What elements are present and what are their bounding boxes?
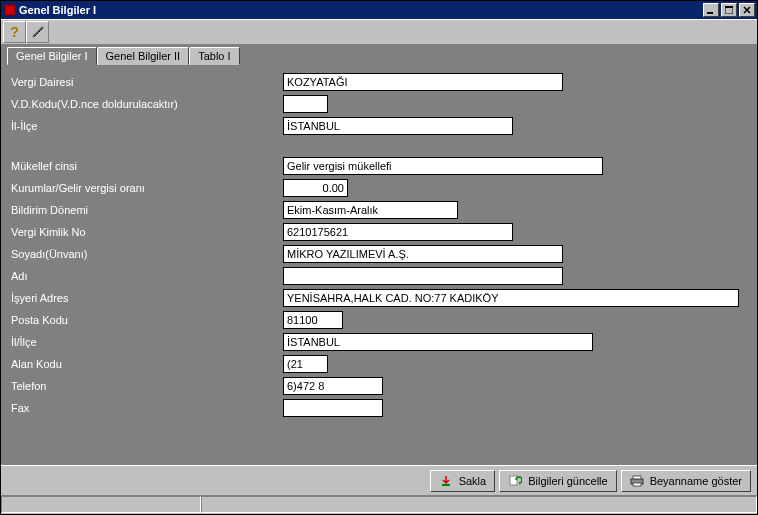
window: Genel Bilgiler I ? Genel Bilgiler I Gene…	[0, 0, 758, 515]
toolbar: ?	[1, 19, 757, 45]
refresh-button-label: Bilgileri güncelle	[528, 475, 608, 487]
input-soyadi-unvani[interactable]	[283, 245, 563, 263]
input-fax[interactable]	[283, 399, 383, 417]
input-bildirim-donemi[interactable]	[283, 201, 458, 219]
input-il-ilce2[interactable]	[283, 333, 593, 351]
label-telefon: Telefon	[11, 380, 283, 392]
label-mukellef-cinsi: Mükellef cinsi	[11, 160, 283, 172]
save-button[interactable]: Sakla	[430, 470, 496, 492]
tab-genel-bilgiler-2[interactable]: Genel Bilgiler II	[97, 47, 190, 65]
tab-genel-bilgiler-1[interactable]: Genel Bilgiler I	[7, 47, 97, 65]
statusbar	[1, 495, 757, 514]
minimize-button[interactable]	[703, 3, 719, 17]
footer: Sakla Bilgileri güncelle Beyanname göste…	[1, 465, 757, 495]
input-posta-kodu[interactable]	[283, 311, 343, 329]
tool-button[interactable]	[26, 21, 49, 43]
label-fax: Fax	[11, 402, 283, 414]
printer-icon	[630, 474, 644, 488]
label-posta-kodu: Posta Kodu	[11, 314, 283, 326]
label-bildirim-donemi: Bildirim Dönemi	[11, 204, 283, 216]
label-alan-kodu: Alan Kodu	[11, 358, 283, 370]
svg-rect-5	[510, 476, 517, 485]
label-adi: Adı	[11, 270, 283, 282]
svg-rect-4	[442, 484, 450, 486]
svg-rect-8	[633, 483, 641, 486]
save-icon	[439, 474, 453, 488]
label-kurumlar-oran: Kurumlar/Gelir vergisi oranı	[11, 182, 283, 194]
svg-rect-1	[707, 12, 713, 14]
ruler-icon	[31, 25, 45, 39]
window-title: Genel Bilgiler I	[17, 4, 701, 16]
svg-rect-3	[725, 6, 733, 8]
save-button-label: Sakla	[459, 475, 487, 487]
refresh-icon	[508, 474, 522, 488]
input-mukellef-cinsi[interactable]	[283, 157, 603, 175]
input-telefon[interactable]	[283, 377, 383, 395]
input-vergi-kimlik[interactable]	[283, 223, 513, 241]
tab-tablo-1[interactable]: Tablo I	[189, 47, 239, 65]
label-il-ilce: İl-İlçe	[11, 120, 283, 132]
status-pane-1	[1, 496, 201, 513]
input-isyeri-adres[interactable]	[283, 289, 739, 307]
print-button[interactable]: Beyanname göster	[621, 470, 751, 492]
help-button[interactable]: ?	[3, 21, 26, 43]
input-il-ilce[interactable]	[283, 117, 513, 135]
label-vergi-dairesi: Vergi Dairesi	[11, 76, 283, 88]
maximize-button[interactable]	[721, 3, 737, 17]
titlebar: Genel Bilgiler I	[1, 1, 757, 19]
status-pane-2	[201, 496, 757, 513]
refresh-button[interactable]: Bilgileri güncelle	[499, 470, 617, 492]
label-soyadi-unvani: Soyadı(Ünvanı)	[11, 248, 283, 260]
svg-rect-0	[5, 5, 15, 15]
tabbar: Genel Bilgiler I Genel Bilgiler II Tablo…	[1, 45, 757, 65]
input-vd-kodu[interactable]	[283, 95, 328, 113]
label-vd-kodu: V.D.Kodu(V.D.nce doldurulacaktır)	[11, 98, 283, 110]
input-kurumlar-oran[interactable]	[283, 179, 348, 197]
label-il-ilce2: İl/İlçe	[11, 336, 283, 348]
input-vergi-dairesi[interactable]	[283, 73, 563, 91]
close-button[interactable]	[739, 3, 755, 17]
app-icon	[3, 3, 17, 17]
label-isyeri-adres: İşyeri Adres	[11, 292, 283, 304]
input-adi[interactable]	[283, 267, 563, 285]
form-area: Vergi Dairesi V.D.Kodu(V.D.nce doldurula…	[1, 65, 757, 465]
label-vergi-kimlik: Vergi Kimlik No	[11, 226, 283, 238]
input-alan-kodu[interactable]	[283, 355, 328, 373]
help-icon: ?	[10, 24, 19, 40]
print-button-label: Beyanname göster	[650, 475, 742, 487]
